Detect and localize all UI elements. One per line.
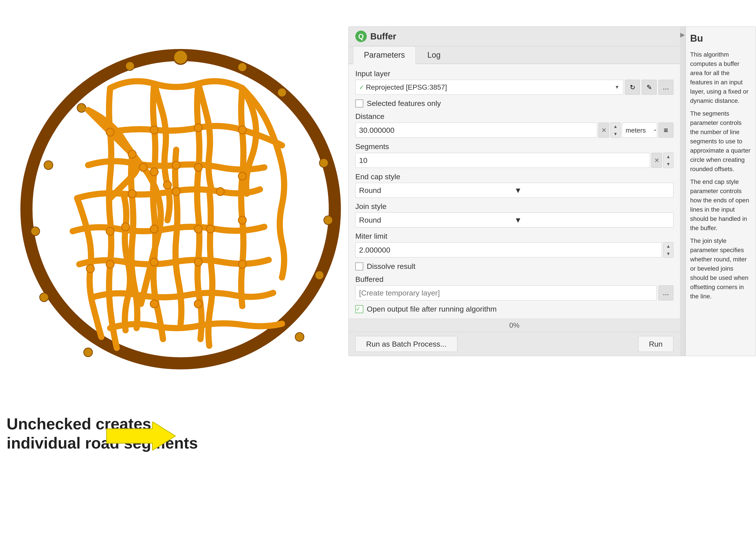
distance-group: Distance 30.000000 ✕ ▲ ▼ meters ≡ [355,112,673,138]
segments-spin-down[interactable]: ▼ [663,160,673,168]
svg-point-25 [150,225,158,233]
miter-spinner: ▲ ▼ [663,242,673,258]
segments-input[interactable] [355,153,650,168]
svg-point-8 [40,293,48,302]
segments-spinner: ▲ ▼ [663,153,673,168]
svg-point-33 [238,126,246,134]
input-layer-value: Reprojected [EPSG:3857] [366,83,613,91]
segments-group: Segments ✕ ▲ ▼ [355,142,673,168]
distance-input[interactable]: 30.000000 [355,123,597,138]
join-style-arrow: ▼ [514,216,670,225]
miter-limit-group: Miter limit ▲ ▼ [355,232,673,258]
svg-point-20 [128,150,136,158]
info-para-4: The join style parameter specifies wheth… [690,236,751,301]
buffered-label: Buffered [355,275,673,283]
svg-point-18 [194,163,202,171]
buffered-row: … [355,285,673,300]
svg-point-39 [206,225,214,233]
parameters-area: Input layer ✓ Reprojected [EPSG:3857] ▼ … [349,64,680,318]
svg-point-36 [238,260,246,268]
svg-point-26 [194,225,202,233]
dialog-title: Buffer [370,32,396,41]
svg-point-16 [194,124,202,132]
tab-bar: Parameters Log [349,46,680,64]
edit-icon: ✎ [647,84,652,91]
info-para-2: The segments parameter controls the numb… [690,109,751,174]
clear-icon: ✕ [601,127,606,134]
svg-point-9 [31,227,40,236]
buffered-input[interactable] [355,285,657,300]
svg-point-31 [150,300,158,308]
selected-features-row: Selected features only [355,99,673,108]
layer-more-btn[interactable]: … [658,80,673,95]
segments-clear-btn[interactable]: ✕ [651,153,662,168]
svg-point-10 [44,161,53,170]
open-output-row: ✓ Open output file after running algorit… [355,305,673,313]
run-button[interactable]: Run [638,336,673,352]
svg-point-6 [295,332,304,341]
svg-point-11 [77,104,86,112]
input-layer-group: Input layer ✓ Reprojected [EPSG:3857] ▼ … [355,69,673,95]
svg-point-28 [150,258,158,266]
svg-point-35 [238,216,246,224]
open-output-checkbox[interactable]: ✓ [355,305,363,313]
buffered-more-btn[interactable]: … [658,285,673,300]
miter-limit-input[interactable] [355,243,662,258]
svg-point-19 [106,128,114,136]
clear-icon2: ✕ [654,157,659,164]
segments-spin-up[interactable]: ▲ [663,153,673,160]
svg-point-21 [172,161,180,169]
info-panel: Bu This algorithm computes a buffer area… [685,27,756,356]
svg-point-15 [150,126,158,134]
panel-divider[interactable]: ▶ [680,27,685,356]
map-area: Unchecked creates individual road segmen… [0,0,374,545]
svg-point-29 [194,258,202,266]
join-style-group: Join style Round ▼ [355,202,673,228]
svg-point-27 [106,227,114,235]
svg-point-5 [315,271,324,279]
join-style-select[interactable]: Round ▼ [355,213,673,228]
layer-refresh-btn[interactable]: ↻ [625,80,640,95]
distance-row: 30.000000 ✕ ▲ ▼ meters ≡ [355,123,673,138]
svg-marker-42 [107,422,175,450]
layer-dropdown-arrow: ▼ [615,84,619,90]
progress-text: 0% [509,321,519,329]
svg-point-7 [84,348,93,357]
dissolve-checkbox[interactable] [355,263,363,271]
end-cap-select[interactable]: Round ▼ [355,183,673,198]
distance-clear-btn[interactable]: ✕ [599,123,609,138]
join-style-value: Round [359,216,514,225]
distance-spin-down[interactable]: ▼ [611,130,620,138]
miter-spin-up[interactable]: ▲ [663,243,673,250]
more-icon: … [663,84,669,91]
dissolve-row: Dissolve result [355,262,673,271]
layer-edit-btn[interactable]: ✎ [642,80,657,95]
main-panel: Q Buffer Parameters Log Input layer ✓ Re… [349,27,680,356]
buffered-group: Buffered … [355,275,673,300]
miter-spin-down[interactable]: ▼ [663,250,673,258]
distance-label: Distance [355,112,673,121]
layer-check-icon: ✓ [359,84,364,91]
selected-features-checkbox[interactable] [355,100,363,108]
distance-spin-up[interactable]: ▲ [611,123,620,130]
svg-point-22 [128,190,136,198]
expr-icon: ≡ [664,126,668,135]
miter-limit-label: Miter limit [355,232,673,241]
end-cap-value: Round [359,186,514,195]
svg-point-12 [126,62,134,71]
svg-point-34 [238,172,246,180]
svg-point-4 [324,216,333,225]
distance-units-select[interactable]: meters [622,123,657,138]
run-batch-button[interactable]: Run as Batch Process... [355,336,457,352]
end-cap-arrow: ▼ [514,186,670,195]
svg-point-40 [86,265,94,272]
tab-parameters[interactable]: Parameters [353,46,416,64]
distance-expr-btn[interactable]: ≡ [658,123,673,138]
input-layer-select[interactable]: ✓ Reprojected [EPSG:3857] ▼ [355,80,623,95]
bottom-buttons: Run as Batch Process... Run [349,332,680,356]
svg-point-2 [174,50,188,64]
segments-row: ✕ ▲ ▼ [355,153,673,168]
tab-log[interactable]: Log [417,46,451,64]
svg-point-23 [172,188,180,196]
panel-collapse-icon: ▶ [680,31,685,38]
